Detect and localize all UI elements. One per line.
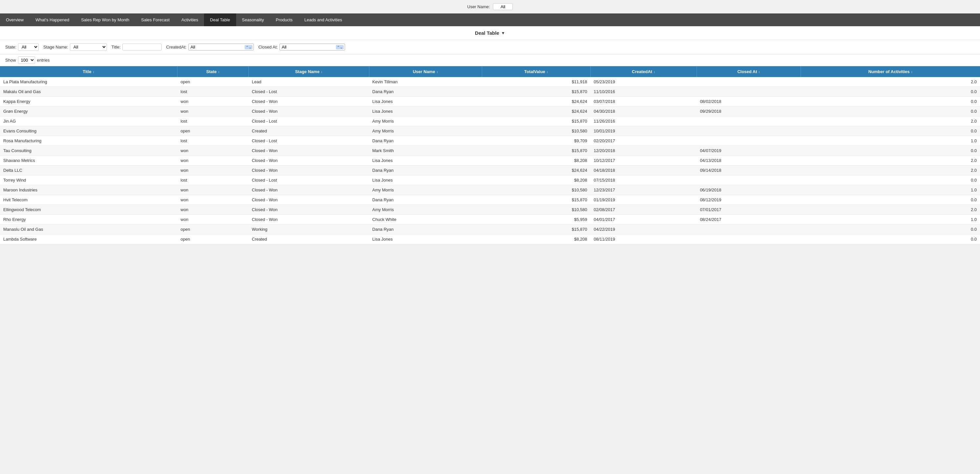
cell-closed-at	[697, 225, 800, 235]
cell-closed-at: 08/24/2017	[697, 215, 800, 225]
cell-user-name: Lisa Jones	[369, 175, 482, 185]
cell-user-name: Amy Morris	[369, 205, 482, 215]
table-row: Lambda SoftwareopenCreatedLisa Jones$8,2…	[0, 235, 980, 244]
cell-total-value: $10,580	[482, 205, 590, 215]
username-input[interactable]	[493, 3, 512, 10]
cell-created-at: 12/23/2017	[590, 185, 697, 195]
cell-num-activities: 0.0	[800, 235, 980, 244]
cell-state: lost	[177, 116, 248, 126]
table-row: Jin AGlostClosed - LostAmy Morris$15,870…	[0, 116, 980, 126]
col-header-closed-at[interactable]: Closed At↕	[697, 66, 800, 77]
nav-item-overview[interactable]: Overview	[0, 13, 30, 26]
nav-item-whats-happened[interactable]: What's Happened	[30, 13, 75, 26]
cell-num-activities: 0.0	[800, 97, 980, 106]
cell-total-value: $24,624	[482, 166, 590, 175]
cell-created-at: 07/15/2018	[590, 175, 697, 185]
cell-stage-name: Closed - Lost	[248, 175, 369, 185]
title-filter-label: Title:	[111, 44, 121, 49]
created-at-select[interactable]: All	[188, 44, 254, 51]
cell-stage-name: Closed - Won	[248, 146, 369, 156]
title-filter-group: Title:	[111, 44, 162, 51]
cell-num-activities: 0.0	[800, 195, 980, 205]
cell-title: Grøn Energy	[0, 106, 177, 116]
stage-name-select[interactable]: All Lead Created Working Closed - Won Cl…	[70, 43, 107, 51]
nav-item-sales-rep-won-by-month[interactable]: Sales Rep Won by Month	[75, 13, 135, 26]
stage-name-filter-group: Stage Name: All Lead Created Working Clo…	[43, 43, 107, 51]
page-title-arrow: ▼	[501, 31, 505, 35]
cell-closed-at: 08/12/2019	[697, 195, 800, 205]
cell-num-activities: 1.0	[800, 136, 980, 146]
state-filter-group: State: All open won lost	[5, 43, 39, 51]
cell-user-name: Dana Ryan	[369, 225, 482, 235]
cell-title: Manaslu Oil and Gas	[0, 225, 177, 235]
cell-closed-at	[697, 126, 800, 136]
table-row: Delta LLCwonClosed - WonDana Ryan$24,624…	[0, 166, 980, 175]
table-row: Evans ConsultingopenCreatedAmy Morris$10…	[0, 126, 980, 136]
main-nav: OverviewWhat's HappenedSales Rep Won by …	[0, 13, 980, 26]
cell-title: Lambda Software	[0, 235, 177, 244]
cell-state: open	[177, 225, 248, 235]
cell-closed-at: 09/29/2018	[697, 106, 800, 116]
cell-user-name: Lisa Jones	[369, 156, 482, 166]
col-header-state[interactable]: State↕	[177, 66, 248, 77]
nav-item-deal-table[interactable]: Deal Table	[204, 13, 236, 26]
cell-stage-name: Closed - Won	[248, 185, 369, 195]
closed-at-select[interactable]: All	[280, 44, 345, 51]
cell-num-activities: 1.0	[800, 185, 980, 195]
nav-item-leads-and-activities[interactable]: Leads and Activities	[299, 13, 348, 26]
cell-total-value: $24,624	[482, 97, 590, 106]
cell-stage-name: Closed - Won	[248, 195, 369, 205]
cell-total-value: $11,918	[482, 77, 590, 87]
top-bar: User Name:	[0, 0, 980, 13]
cell-num-activities: 2.0	[800, 166, 980, 175]
table-row: Kappa EnergywonClosed - WonLisa Jones$24…	[0, 97, 980, 106]
cell-created-at: 02/08/2017	[590, 205, 697, 215]
cell-state: lost	[177, 136, 248, 146]
cell-user-name: Dana Ryan	[369, 87, 482, 97]
cell-stage-name: Created	[248, 235, 369, 244]
cell-total-value: $15,870	[482, 225, 590, 235]
cell-user-name: Amy Morris	[369, 185, 482, 195]
nav-item-seasonality[interactable]: Seasonality	[236, 13, 270, 26]
cell-total-value: $8,208	[482, 175, 590, 185]
state-select[interactable]: All open won lost	[18, 43, 39, 51]
state-label: State:	[5, 44, 16, 49]
col-header-stage-name[interactable]: Stage Name↕	[248, 66, 369, 77]
col-header-num-activities[interactable]: Number of Activities↕	[800, 66, 980, 77]
created-at-filter-group: CreatedAt: All ⌃⌄	[166, 44, 254, 51]
cell-state: won	[177, 166, 248, 175]
cell-title: Maroon Industries	[0, 185, 177, 195]
col-header-user-name[interactable]: User Name↕	[369, 66, 482, 77]
cell-stage-name: Closed - Lost	[248, 136, 369, 146]
cell-closed-at: 04/13/2018	[697, 156, 800, 166]
cell-total-value: $15,870	[482, 87, 590, 97]
cell-title: Rosa Manufacturing	[0, 136, 177, 146]
table-row: Rho EnergywonClosed - WonChuck White$5,9…	[0, 215, 980, 225]
cell-closed-at: 08/02/2018	[697, 97, 800, 106]
nav-item-sales-forecast[interactable]: Sales Forecast	[135, 13, 175, 26]
nav-item-activities[interactable]: Activities	[175, 13, 204, 26]
page-title-bar: Deal Table ▼	[0, 26, 980, 40]
col-header-total-value[interactable]: TotalValue↕	[482, 66, 590, 77]
cell-state: won	[177, 106, 248, 116]
cell-title: Tau Consulting	[0, 146, 177, 156]
cell-state: open	[177, 126, 248, 136]
col-header-title[interactable]: Title↕	[0, 66, 177, 77]
table-row: Makalu Oil and GaslostClosed - LostDana …	[0, 87, 980, 97]
col-header-created-at[interactable]: CreatedAt↕	[590, 66, 697, 77]
cell-user-name: Dana Ryan	[369, 136, 482, 146]
deal-table: Title↕State↕Stage Name↕User Name↕TotalVa…	[0, 66, 980, 244]
page-title-dropdown[interactable]: Deal Table ▼	[475, 30, 505, 36]
cell-user-name: Lisa Jones	[369, 106, 482, 116]
title-filter-input[interactable]	[123, 44, 162, 51]
cell-state: won	[177, 156, 248, 166]
cell-user-name: Amy Morris	[369, 126, 482, 136]
cell-stage-name: Closed - Won	[248, 97, 369, 106]
table-row: Tau ConsultingwonClosed - WonMark Smith$…	[0, 146, 980, 156]
table-row: La Plata ManufacturingopenLeadKevin Till…	[0, 77, 980, 87]
cell-closed-at	[697, 235, 800, 244]
nav-item-products[interactable]: Products	[270, 13, 299, 26]
cell-stage-name: Closed - Lost	[248, 87, 369, 97]
entries-select[interactable]: 10 25 50 100	[18, 56, 35, 64]
created-at-label: CreatedAt:	[166, 44, 187, 49]
